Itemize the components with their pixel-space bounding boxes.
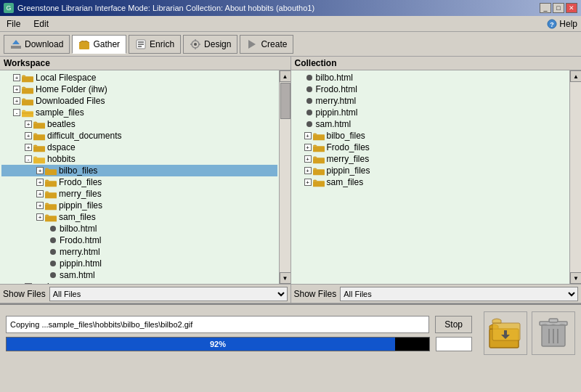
svg-rect-33 <box>313 158 325 163</box>
folder-icon <box>313 155 325 163</box>
scroll-down-arrow[interactable]: ▼ <box>570 272 581 284</box>
list-item[interactable]: + Home Folder (ihw) <box>1 83 277 95</box>
gather-label: Gather <box>93 39 120 49</box>
scroll-up-arrow[interactable]: ▲ <box>280 70 290 82</box>
expand-icon[interactable]: - <box>25 155 32 163</box>
expand-icon[interactable]: + <box>304 155 312 163</box>
list-item[interactable]: + pippin_files <box>293 165 569 176</box>
show-files-label: Show Files <box>3 289 46 299</box>
expand-icon[interactable]: + <box>25 283 32 284</box>
list-item[interactable]: + beatles <box>1 118 277 130</box>
expand-icon[interactable]: + <box>36 167 44 174</box>
svg-point-10 <box>194 43 197 46</box>
list-item[interactable]: bilbo.html <box>293 72 569 83</box>
expand-icon[interactable]: + <box>36 190 44 197</box>
scroll-thumb[interactable] <box>280 83 290 119</box>
scroll-down-arrow[interactable]: ▼ <box>280 272 290 284</box>
delete-button[interactable] <box>532 311 575 355</box>
folder-icon <box>33 131 45 140</box>
list-item[interactable]: + bilbo_files <box>293 130 569 142</box>
list-item[interactable]: + images <box>1 281 277 284</box>
progress-row: 92% <box>6 337 472 351</box>
folder-icon <box>45 213 57 221</box>
collection-vertical-scrollbar[interactable]: ▲ ▼ <box>569 70 581 284</box>
edit-menu[interactable]: Edit <box>31 18 52 30</box>
list-item[interactable]: pippin.html <box>293 107 569 118</box>
collection-show-files-bar: Show Files All Files <box>291 284 582 303</box>
list-item[interactable]: pippin.html <box>1 258 277 269</box>
svg-rect-2 <box>11 46 21 49</box>
create-button[interactable]: Create <box>240 35 293 54</box>
expand-icon[interactable]: + <box>304 179 312 186</box>
file-bullet-icon <box>50 272 56 278</box>
minimize-button[interactable]: _ <box>540 3 551 13</box>
expand-icon[interactable]: + <box>13 86 20 93</box>
workspace-show-files-select[interactable]: All Files <box>49 287 288 301</box>
list-item[interactable]: + bilbo_files <box>1 165 277 176</box>
collection-pane: Collection bilbo.html Frodo.html merry.h… <box>291 57 582 303</box>
list-item[interactable]: + Local Filespace <box>1 72 277 83</box>
file-menu[interactable]: File <box>4 18 23 30</box>
list-item[interactable]: merry.html <box>1 246 277 258</box>
expand-icon[interactable]: + <box>36 202 44 209</box>
gather-button[interactable]: Gather <box>72 35 126 54</box>
list-item[interactable]: sam.html <box>293 118 569 130</box>
expand-icon[interactable]: + <box>36 213 44 221</box>
list-item[interactable]: + sam_files <box>293 176 569 188</box>
list-item[interactable]: Frodo.html <box>1 234 277 246</box>
list-item[interactable]: merry.html <box>293 95 569 107</box>
design-button[interactable]: Design <box>183 35 237 54</box>
expand-icon[interactable]: + <box>13 74 20 81</box>
maximize-button[interactable]: □ <box>553 3 564 13</box>
file-bullet-icon <box>50 249 56 255</box>
enrich-button[interactable]: Enrich <box>129 35 181 54</box>
expand-icon[interactable]: + <box>25 144 32 151</box>
expand-icon[interactable]: + <box>25 121 32 128</box>
list-item[interactable]: + merry_files <box>1 188 277 200</box>
close-button[interactable]: ✕ <box>566 3 577 13</box>
file-bullet-icon <box>306 98 312 104</box>
expand-icon[interactable]: + <box>304 132 312 139</box>
list-item[interactable]: - sample_files <box>1 107 277 118</box>
list-item[interactable]: + pippin_files <box>1 200 277 211</box>
status-message: Copying ...sample_files\hobbits\bilbo_fi… <box>6 316 429 333</box>
svg-rect-22 <box>33 134 45 140</box>
list-item[interactable]: bilbo.html <box>1 223 277 234</box>
vertical-scrollbar[interactable]: ▲ ▼ <box>279 70 290 284</box>
app-icon: G <box>4 3 14 13</box>
list-item[interactable]: + Frodo_files <box>293 142 569 153</box>
list-item[interactable]: + dspace <box>1 142 277 153</box>
expand-icon[interactable]: + <box>25 132 32 139</box>
list-item[interactable]: sam.html <box>1 269 277 281</box>
expand-icon[interactable]: + <box>13 97 20 105</box>
list-item[interactable]: + difficult_documents <box>1 130 277 142</box>
list-item[interactable]: + Downloaded Files <box>1 95 277 107</box>
svg-marker-3 <box>12 40 20 44</box>
expand-icon[interactable]: + <box>36 179 44 186</box>
expand-icon[interactable]: - <box>13 109 20 116</box>
list-item[interactable]: + sam_files <box>1 211 277 223</box>
scroll-up-arrow[interactable]: ▲ <box>570 70 581 82</box>
list-item[interactable]: + merry_files <box>293 153 569 165</box>
expand-icon[interactable]: + <box>304 167 312 174</box>
scroll-track[interactable] <box>570 82 581 272</box>
copy-to-collection-button[interactable] <box>484 311 527 355</box>
collection-show-files-select[interactable]: All Files <box>340 287 578 301</box>
download-button[interactable]: Download <box>4 35 70 54</box>
list-item[interactable]: - hobbits <box>1 153 277 165</box>
stop-button[interactable]: Stop <box>435 316 472 333</box>
scroll-track[interactable] <box>280 82 290 272</box>
list-item[interactable]: Frodo.html <box>293 83 569 95</box>
list-item[interactable]: + Frodo_files <box>1 176 277 188</box>
file-bullet-icon <box>50 226 56 232</box>
svg-rect-21 <box>33 123 45 128</box>
folder-icon <box>313 131 325 140</box>
workspace-show-files-bar: Show Files All Files <box>0 284 290 303</box>
help-button[interactable]: ? Help <box>547 19 577 29</box>
collection-tree[interactable]: bilbo.html Frodo.html merry.html pippin.… <box>291 70 582 284</box>
workspace-tree[interactable]: + Local Filespace + Home Folder (ihw) + <box>0 70 290 284</box>
progress-label: 92% <box>210 340 226 348</box>
file-bullet-icon <box>306 121 312 127</box>
svg-rect-34 <box>313 169 325 175</box>
expand-icon[interactable]: + <box>304 144 312 151</box>
